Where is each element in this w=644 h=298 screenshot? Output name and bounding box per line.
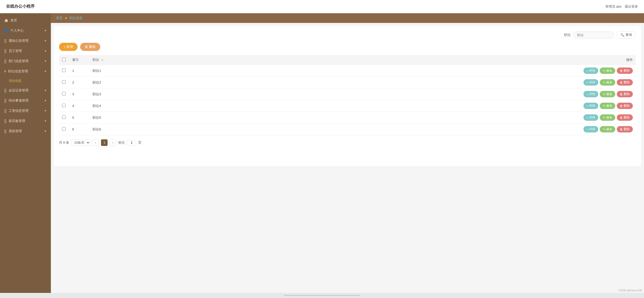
sidebar-item-dept[interactable]: ⣿ 部门信息管理 ▼ [0,56,51,66]
page-input[interactable] [127,140,136,145]
layout: 🏠 首页 👤 个人中心 ▼ ⣿ 通知公告管理 ▼ ⣿ 员工管理 ▼ ⣿ 部门信息… [0,13,644,298]
delete-row-button[interactable]: 🗑 删除 [617,126,633,132]
sidebar-item-notice[interactable]: ⣿ 通知公告管理 ▼ [0,36,51,46]
sidebar-item-label: 职位信息管理 [8,69,28,74]
row-actions: □ 详情 ✎ 修改 🗑 删除 [191,124,636,135]
row-checkbox-cell [59,65,69,77]
main-content: 首页 ★ 职位信息 职位 🔍 查询 + 新增 🗑 删除 [51,13,644,298]
sidebar-item-todo[interactable]: ⣿ 待办事项管理 ▼ [0,96,51,106]
sidebar-item-comment[interactable]: ⣿ 留言板管理 ▼ [0,116,51,126]
select-all-checkbox[interactable] [62,58,66,61]
row-checkbox[interactable] [62,104,66,107]
sidebar-item-label: 首页 [10,18,17,23]
delete-row-button[interactable]: 🗑 删除 [617,91,633,97]
csdn-watermark: CSDN @Karen198 [618,289,642,292]
row-position: 职位4 [90,100,191,112]
chevron-down-icon: ▼ [44,89,47,92]
edit-button[interactable]: ✎ 修改 [600,79,615,86]
table-row: 5 职位5 □ 详情 ✎ 修改 🗑 删除 [59,112,636,124]
th-position[interactable]: 职位 ⇅ [90,55,191,65]
page-1-button[interactable]: 1 [101,139,108,146]
delete-row-button[interactable]: 🗑 删除 [617,79,633,86]
edit-button[interactable]: ✎ 修改 [600,126,615,132]
star-icon: ★ [65,16,67,20]
table-row: 2 职位2 □ 详情 ✎ 修改 🗑 删除 [59,77,636,88]
delete-row-button[interactable]: 🗑 删除 [617,67,633,74]
sidebar-item-label: 系统管理 [9,129,22,133]
row-checkbox[interactable] [62,115,66,119]
chevron-down-icon: ▼ [44,99,47,102]
trash-icon: 🗑 [620,116,623,119]
table-row: 3 职位3 □ 详情 ✎ 修改 🗑 删除 [59,88,636,100]
sidebar-item-label: 个人中心 [10,28,24,33]
trash-icon: 🗑 [620,69,623,73]
delete-button[interactable]: 🗑 删除 [80,43,100,51]
sidebar-item-position-mgmt[interactable]: ≡ 职位信息管理 ▼ [0,66,51,76]
search-input[interactable] [573,32,614,38]
trash-icon: 🗑 [620,128,623,131]
detail-button[interactable]: □ 详情 [583,91,598,97]
row-checkbox[interactable] [62,92,66,96]
page-unit: 页 [138,140,141,145]
row-checkbox[interactable] [62,127,66,131]
home-icon: 🏠 [4,18,8,22]
search-label: 职位 [564,33,571,37]
row-index: 5 [69,112,90,124]
per-page-select[interactable]: 10条/页 20条/页 50条/页 [71,140,90,146]
meeting-icon: ⣿ [4,88,7,92]
edit-button[interactable]: ✎ 修改 [600,67,615,74]
sidebar-item-label: 员工管理 [9,49,22,53]
content-area: 职位 🔍 查询 + 新增 🗑 删除 [54,26,641,166]
prev-page-button[interactable]: ‹ [92,139,99,146]
trash-icon: 🗑 [620,92,623,96]
sidebar-item-salary[interactable]: ⣿ 工资信息管理 ▼ [0,106,51,116]
edit-icon: ✎ [603,69,605,73]
detail-button[interactable]: □ 详情 [583,114,598,121]
row-checkbox[interactable] [62,69,66,72]
sidebar-item-position-info[interactable]: 职位信息 [0,76,51,85]
sidebar-item-system[interactable]: ⣿ 系统管理 ▼ [0,126,51,136]
pagination: 共 6 条 10条/页 20条/页 50条/页 ‹ 1 › 前往 页 [59,139,636,146]
delete-row-button[interactable]: 🗑 删除 [617,103,633,109]
row-position: 职位3 [90,88,191,100]
th-checkbox [59,55,69,65]
row-actions: □ 详情 ✎ 修改 🗑 删除 [191,77,636,88]
row-checkbox-cell [59,112,69,124]
row-position: 职位6 [90,124,191,135]
row-actions: □ 详情 ✎ 修改 🗑 删除 [191,112,636,124]
person-icon: 👤 [4,29,8,33]
chevron-down-icon: ▼ [44,49,47,52]
edit-button[interactable]: ✎ 修改 [600,91,615,97]
sidebar-item-label: 留言板管理 [9,119,25,123]
next-page-button[interactable]: › [110,139,116,146]
sidebar-item-employee[interactable]: ⣿ 员工管理 ▼ [0,46,51,56]
system-icon: ⣿ [4,129,7,133]
notice-icon: ⣿ [4,39,7,43]
delete-row-button[interactable]: 🗑 删除 [617,114,633,121]
edit-button[interactable]: ✎ 修改 [600,114,615,121]
detail-button[interactable]: □ 详情 [583,67,598,74]
breadcrumb-home[interactable]: 首页 [56,16,63,20]
position-mgmt-icon: ≡ [4,69,6,73]
edit-icon: ✎ [603,116,605,119]
user-info: 管理员 abo [605,4,622,9]
logout-button[interactable]: 退出登录 [625,4,638,9]
sidebar-item-personal[interactable]: 👤 个人中心 ▼ [0,25,51,36]
detail-icon: □ [587,104,588,108]
detail-button[interactable]: □ 详情 [583,126,598,132]
row-index: 6 [69,124,90,135]
sidebar-item-home[interactable]: 🏠 首页 [0,15,51,25]
row-checkbox[interactable] [62,80,66,84]
row-checkbox-cell [59,124,69,135]
edit-button[interactable]: ✎ 修改 [600,103,615,109]
search-button[interactable]: 🔍 查询 [617,31,636,39]
edit-icon: ✎ [603,104,605,108]
row-index: 1 [69,65,90,77]
edit-icon: ✎ [603,128,605,131]
breadcrumb: 首页 ★ 职位信息 [51,13,644,23]
sidebar-item-meeting[interactable]: ⣿ 会议记录管理 ▼ [0,85,51,96]
detail-button[interactable]: □ 详情 [583,79,598,86]
search-button-label: 查询 [625,33,632,37]
add-button[interactable]: + 新增 [59,43,78,51]
detail-button[interactable]: □ 详情 [583,103,598,109]
